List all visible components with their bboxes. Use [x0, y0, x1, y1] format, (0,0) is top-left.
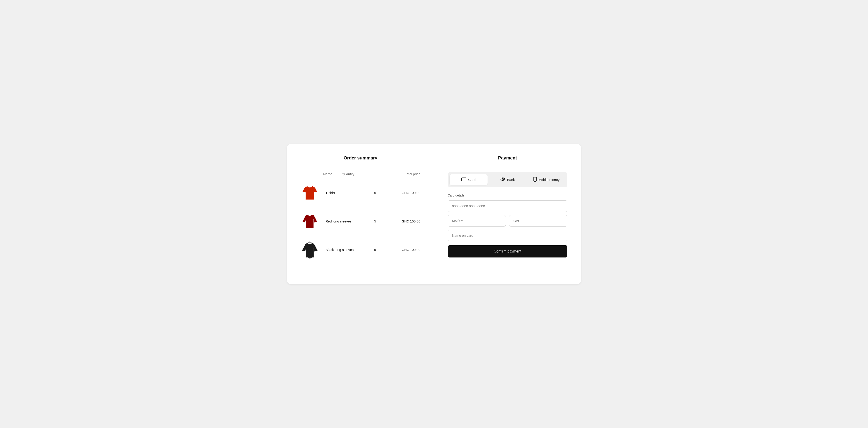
svg-point-5: [502, 179, 503, 179]
payment-panel: Payment Card: [434, 144, 581, 284]
svg-rect-2: [462, 179, 466, 179]
product-qty-tshirt: 5: [362, 191, 389, 195]
table-row: T-shirt 5 GH₵ 100.00: [301, 179, 421, 207]
bank-icon: [500, 177, 505, 182]
tab-card-label: Card: [468, 178, 475, 182]
product-qty-red-longsleeve: 5: [362, 219, 389, 223]
col-header-price: Total price: [389, 172, 421, 176]
expiry-input[interactable]: [448, 215, 506, 227]
card-details-label: Card details: [448, 194, 567, 197]
product-price-black-longsleeve: GH₵ 100.00: [389, 248, 421, 252]
expiry-cvc-row: [448, 215, 567, 227]
product-name-tshirt: T-shirt: [323, 191, 362, 195]
tab-mobile[interactable]: Mobile money: [528, 174, 566, 186]
product-name-red-longsleeve: Red long sleeves: [323, 219, 362, 223]
tab-mobile-label: Mobile money: [538, 178, 559, 182]
table-row: Black long sleeves 5 GH₵ 100.00: [301, 236, 421, 264]
svg-point-7: [535, 180, 535, 181]
product-image-tshirt: [301, 183, 319, 203]
table-row: Red long sleeves 5 GH₵ 100.00: [301, 207, 421, 236]
card-number-group: [448, 200, 567, 212]
product-name-black-longsleeve: Black long sleeves: [323, 248, 362, 252]
confirm-payment-button[interactable]: Confirm payment: [448, 245, 567, 258]
product-image-black-longsleeve: [301, 240, 319, 260]
card-icon: [461, 177, 466, 182]
payment-tabs: Card Bank: [448, 172, 567, 187]
order-summary-title: Order summary: [301, 155, 421, 161]
name-on-card-input[interactable]: [448, 230, 567, 241]
table-header: Name Quantity Total price: [301, 172, 421, 179]
tab-card[interactable]: Card: [450, 174, 488, 185]
product-price-tshirt: GH₵ 100.00: [389, 191, 421, 195]
payment-title: Payment: [448, 155, 567, 161]
product-price-red-longsleeve: GH₵ 100.00: [389, 219, 421, 223]
tab-bank-label: Bank: [507, 178, 515, 182]
payment-divider: [448, 165, 567, 165]
col-header-name: Name: [301, 172, 335, 176]
col-header-quantity: Quantity: [335, 172, 362, 176]
product-image-red-longsleeve: [301, 211, 319, 231]
order-summary-divider: [301, 165, 421, 165]
tab-bank[interactable]: Bank: [489, 174, 527, 185]
card-number-input[interactable]: [448, 200, 567, 212]
order-summary-panel: Order summary Name Quantity Total price …: [287, 144, 434, 284]
main-card: Order summary Name Quantity Total price …: [287, 144, 581, 284]
product-qty-black-longsleeve: 5: [362, 248, 389, 252]
cvc-input[interactable]: [509, 215, 567, 227]
mobile-icon: [533, 176, 537, 183]
name-on-card-group: [448, 230, 567, 241]
